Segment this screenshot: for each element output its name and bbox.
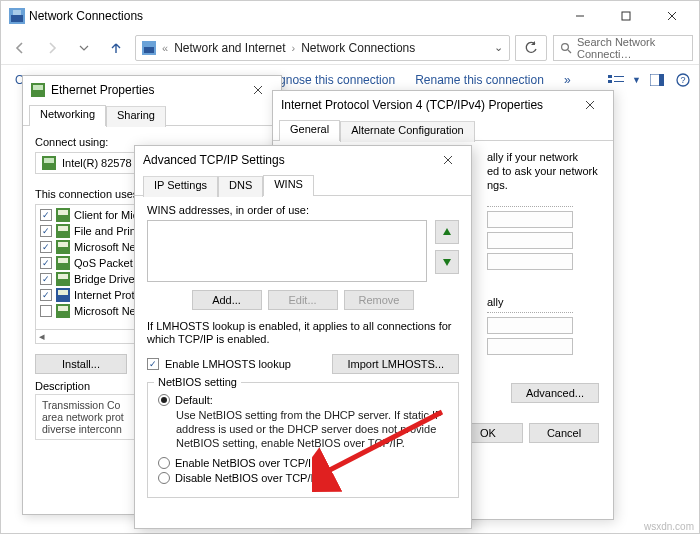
refresh-button[interactable]: [515, 35, 547, 61]
forward-button[interactable]: [39, 35, 65, 61]
wins-addresses-label: WINS addresses, in order of use:: [147, 204, 459, 216]
svg-rect-30: [58, 242, 68, 247]
svg-rect-16: [659, 74, 664, 86]
up-button[interactable]: [103, 35, 129, 61]
close-button[interactable]: [575, 93, 605, 117]
back-button[interactable]: [7, 35, 33, 61]
import-lmhosts-button[interactable]: Import LMHOSTS...: [332, 354, 459, 374]
dialog-title: Ethernet Properties: [51, 83, 154, 97]
netbios-enable-radio[interactable]: [158, 457, 170, 469]
component-icon: [56, 224, 70, 238]
component-label: Microsoft Ne: [74, 305, 136, 317]
breadcrumb[interactable]: Network and Internet: [174, 41, 285, 55]
component-checkbox[interactable]: ✓: [40, 257, 52, 269]
svg-point-9: [562, 43, 569, 50]
ip-field[interactable]: [487, 317, 573, 334]
address-bar[interactable]: « Network and Internet › Network Connect…: [135, 35, 510, 61]
chevron-down-icon[interactable]: ▼: [632, 75, 641, 85]
close-button[interactable]: [649, 1, 695, 31]
enable-lmhosts-checkbox[interactable]: ✓: [147, 358, 159, 370]
view-options-button[interactable]: [606, 70, 626, 90]
component-icon: [56, 272, 70, 286]
minimize-button[interactable]: [557, 1, 603, 31]
svg-rect-12: [608, 80, 612, 83]
svg-rect-11: [608, 75, 612, 78]
rename-cmd[interactable]: Rename this connection: [407, 71, 552, 89]
tab-sharing[interactable]: Sharing: [106, 106, 166, 127]
svg-rect-1: [11, 15, 23, 22]
svg-rect-13: [614, 76, 624, 77]
watermark: wsxdn.com: [644, 521, 694, 532]
search-placeholder: Search Network Connecti…: [577, 36, 686, 60]
netbios-caption: NetBIOS setting: [154, 376, 241, 388]
enable-lmhosts-label: Enable LMHOSTS lookup: [165, 358, 291, 370]
netbios-disable-radio[interactable]: [158, 472, 170, 484]
netbios-default-radio[interactable]: [158, 394, 170, 406]
svg-rect-20: [33, 85, 43, 90]
ip-field[interactable]: [487, 338, 573, 355]
location-icon: [142, 41, 156, 55]
ip-field[interactable]: [487, 232, 573, 249]
advanced-button[interactable]: Advanced...: [511, 383, 599, 403]
component-label: Microsoft Ne: [74, 241, 136, 253]
adapter-name: Intel(R) 82578: [62, 157, 132, 169]
netbios-default-label: Default:: [175, 394, 213, 406]
install-button[interactable]: Install...: [35, 354, 127, 374]
tab-dns[interactable]: DNS: [218, 176, 263, 197]
close-button[interactable]: [243, 78, 273, 102]
component-label: File and Print: [74, 225, 139, 237]
svg-text:?: ?: [680, 75, 685, 85]
component-label: Bridge Driver: [74, 273, 138, 285]
tab-alternate-configuration[interactable]: Alternate Configuration: [340, 121, 475, 142]
breadcrumb[interactable]: Network Connections: [301, 41, 415, 55]
window-buttons: [557, 1, 695, 31]
component-label: Client for Micr: [74, 209, 142, 221]
search-input[interactable]: Search Network Connecti…: [553, 35, 693, 61]
recent-button[interactable]: [71, 35, 97, 61]
ip-field[interactable]: [487, 253, 573, 270]
wins-addresses-list[interactable]: [147, 220, 427, 282]
component-checkbox[interactable]: ✓: [40, 273, 52, 285]
component-icon: [56, 288, 70, 302]
ip-field[interactable]: [487, 211, 573, 228]
tab-general[interactable]: General: [279, 120, 340, 141]
maximize-button[interactable]: [603, 1, 649, 31]
move-down-button[interactable]: [435, 250, 459, 274]
close-button[interactable]: [433, 148, 463, 172]
overflow-cmd[interactable]: »: [556, 71, 579, 89]
component-checkbox[interactable]: ✓: [40, 289, 52, 301]
chevron-down-icon[interactable]: ⌄: [494, 41, 503, 54]
scroll-left-icon[interactable]: ◂: [36, 330, 48, 343]
tab-ip-settings[interactable]: IP Settings: [143, 176, 218, 197]
component-checkbox[interactable]: [40, 305, 52, 317]
dialog-titlebar: Internet Protocol Version 4 (TCP/IPv4) P…: [273, 91, 613, 119]
cancel-button[interactable]: Cancel: [529, 423, 599, 443]
component-checkbox[interactable]: ✓: [40, 241, 52, 253]
help-button[interactable]: ?: [673, 70, 693, 90]
tab-strip: Networking Sharing: [23, 104, 281, 126]
edit-button[interactable]: Edit...: [268, 290, 338, 310]
add-button[interactable]: Add...: [192, 290, 262, 310]
svg-rect-28: [58, 226, 68, 231]
remove-button[interactable]: Remove: [344, 290, 415, 310]
svg-rect-26: [58, 210, 68, 215]
dialog-titlebar: Ethernet Properties: [23, 76, 281, 104]
search-icon: [560, 42, 572, 54]
netbios-default-note: Use NetBIOS setting from the DHCP server…: [158, 409, 448, 450]
separator-icon: «: [162, 42, 168, 54]
component-icon: [56, 256, 70, 270]
component-label: QoS Packet: [74, 257, 133, 269]
component-label: Internet Proto: [74, 289, 141, 301]
dotted-line: [487, 312, 573, 313]
nic-icon: [31, 83, 45, 97]
component-icon: [56, 304, 70, 318]
component-checkbox[interactable]: ✓: [40, 209, 52, 221]
svg-rect-8: [144, 47, 154, 53]
preview-pane-button[interactable]: [647, 70, 667, 90]
tab-networking[interactable]: Networking: [29, 105, 106, 126]
tab-wins[interactable]: WINS: [263, 175, 314, 196]
component-icon: [56, 240, 70, 254]
component-checkbox[interactable]: ✓: [40, 225, 52, 237]
nic-icon: [42, 156, 56, 170]
move-up-button[interactable]: [435, 220, 459, 244]
